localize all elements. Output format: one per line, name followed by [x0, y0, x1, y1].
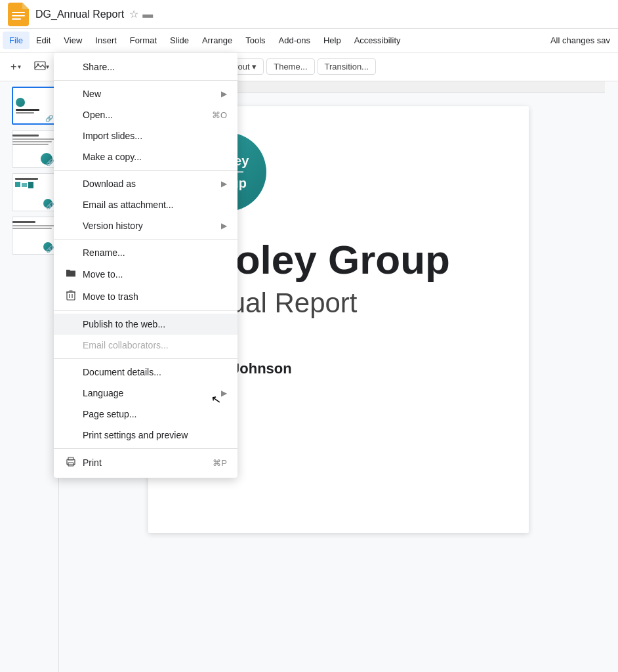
- menu-item-moveto[interactable]: Move to...: [54, 263, 237, 285]
- divider-1: [54, 80, 237, 81]
- thumb-title: [16, 109, 39, 111]
- file-dropdown-menu: Share... New ▶ Open... ⌘O Import slides.…: [54, 52, 237, 478]
- menu-item-email[interactable]: Email as attachment...: [54, 194, 237, 215]
- slide-thumb-1[interactable]: 🔗: [12, 87, 56, 125]
- language-label: Language: [83, 388, 216, 398]
- menu-item-download[interactable]: Download as ▶: [54, 173, 237, 194]
- email-label: Email as attachment...: [83, 200, 227, 210]
- image-button[interactable]: ▾: [29, 57, 54, 76]
- menu-format[interactable]: Format: [123, 32, 163, 49]
- thumb-text-4b: [12, 228, 52, 229]
- rename-label: Rename...: [83, 247, 227, 258]
- thumb-text-3: [12, 141, 52, 142]
- details-label: Document details...: [83, 367, 227, 377]
- menu-slide[interactable]: Slide: [163, 32, 196, 49]
- slide-link-icon-1: 🔗: [45, 115, 53, 122]
- thumb-bar-3: [28, 182, 33, 188]
- menu-item-printsettings[interactable]: Print settings and preview: [54, 425, 237, 446]
- divider-3: [54, 239, 237, 240]
- divider-6: [54, 448, 237, 449]
- share-label: Share...: [83, 62, 227, 72]
- menu-item-copy[interactable]: Make a copy...: [54, 146, 237, 167]
- menu-item-emailcollab: Email collaborators...: [54, 335, 237, 356]
- title-bar: DG_Annual Report ☆ ▬: [0, 0, 618, 29]
- thumb-title-3: [15, 178, 38, 180]
- svg-rect-2: [12, 18, 21, 20]
- slide-thumb-3[interactable]: 🔗: [12, 173, 56, 211]
- add-slide-button[interactable]: + ▾: [5, 58, 26, 75]
- menu-item-details[interactable]: Document details...: [54, 362, 237, 383]
- menu-addons[interactable]: Add-ons: [272, 32, 317, 49]
- image-dropdown-icon: ▾: [46, 63, 49, 70]
- menu-item-version[interactable]: Version history ▶: [54, 215, 237, 236]
- theme-button[interactable]: Theme...: [266, 58, 314, 75]
- thumb-text-1: [12, 135, 39, 136]
- svg-rect-3: [35, 62, 45, 70]
- menu-arrange[interactable]: Arrange: [196, 32, 239, 49]
- menu-edit[interactable]: Edit: [30, 32, 57, 49]
- thumb-bars-3: [15, 182, 52, 188]
- menu-insert[interactable]: Insert: [89, 32, 123, 49]
- divider-4: [54, 310, 237, 311]
- thumb-bar-1: [15, 182, 20, 187]
- slide-link-icon-2: 🔗: [46, 159, 54, 166]
- print-label: Print: [83, 457, 207, 468]
- slide-thumb-container-1: 1 🔗: [12, 87, 56, 125]
- menu-item-trash[interactable]: Move to trash: [54, 285, 237, 308]
- document-title: DG_Annual Report: [35, 9, 124, 20]
- version-arrow: ▶: [221, 221, 227, 230]
- divider-5: [54, 358, 237, 359]
- menu-item-import[interactable]: Import slides...: [54, 125, 237, 146]
- menu-tools[interactable]: Tools: [239, 32, 272, 49]
- thumb-text-2: [12, 138, 55, 140]
- menu-help[interactable]: Help: [317, 32, 348, 49]
- language-arrow: ▶: [221, 388, 227, 398]
- image-icon: [34, 60, 46, 74]
- menu-file[interactable]: File: [3, 32, 30, 49]
- svg-rect-9: [67, 292, 75, 300]
- add-dropdown-icon: ▾: [18, 63, 21, 70]
- version-label: Version history: [83, 220, 216, 231]
- download-label: Download as: [83, 178, 216, 189]
- plus-icon: +: [10, 61, 16, 73]
- slide-thumb-container-4: 4 🔗: [12, 217, 56, 255]
- slide-thumb-2[interactable]: 🔗: [12, 130, 56, 168]
- download-arrow: ▶: [221, 179, 227, 188]
- thumb-text-4a: [12, 225, 55, 226]
- trash-label: Move to trash: [83, 291, 227, 302]
- menu-item-pagesetup[interactable]: Page setup...: [54, 404, 237, 425]
- pagesetup-label: Page setup...: [83, 409, 227, 419]
- app-icon: [8, 3, 29, 26]
- folder-move-icon: [64, 268, 77, 280]
- menu-view[interactable]: View: [57, 32, 89, 49]
- copy-label: Make a copy...: [83, 152, 227, 162]
- open-label: Open...: [83, 110, 207, 120]
- thumb-subtitle: [16, 112, 34, 114]
- menu-item-new[interactable]: New ▶: [54, 83, 237, 104]
- thumb-text-4: [12, 144, 49, 145]
- trash-icon: [64, 290, 77, 303]
- menu-item-rename[interactable]: Rename...: [54, 242, 237, 263]
- publish-label: Publish to the web...: [83, 319, 227, 329]
- printsettings-label: Print settings and preview: [83, 430, 227, 440]
- svg-rect-1: [12, 15, 25, 16]
- thumb-logo: [16, 98, 25, 107]
- thumb-bar-2: [22, 183, 27, 187]
- print-shortcut: ⌘P: [213, 458, 227, 468]
- slide-thumb-4[interactable]: 🔗: [12, 217, 56, 255]
- slide-link-icon-4: 🔗: [46, 245, 54, 253]
- autosave-status: All changes sav: [550, 35, 615, 45]
- divider-2: [54, 170, 237, 171]
- menu-item-share[interactable]: Share...: [54, 56, 237, 77]
- menu-item-language[interactable]: Language ▶: [54, 383, 237, 404]
- menu-accessibility[interactable]: Accessibility: [348, 32, 407, 49]
- star-icon[interactable]: ☆: [129, 8, 138, 20]
- transition-button[interactable]: Transition...: [318, 58, 376, 75]
- moveto-label: Move to...: [83, 269, 227, 280]
- folder-icon[interactable]: ▬: [142, 9, 153, 20]
- menu-item-publish[interactable]: Publish to the web...: [54, 314, 237, 335]
- thumb-title-4: [12, 221, 35, 223]
- emailcollab-label: Email collaborators...: [83, 340, 227, 350]
- menu-item-print[interactable]: Print ⌘P: [54, 452, 237, 474]
- menu-item-open[interactable]: Open... ⌘O: [54, 104, 237, 125]
